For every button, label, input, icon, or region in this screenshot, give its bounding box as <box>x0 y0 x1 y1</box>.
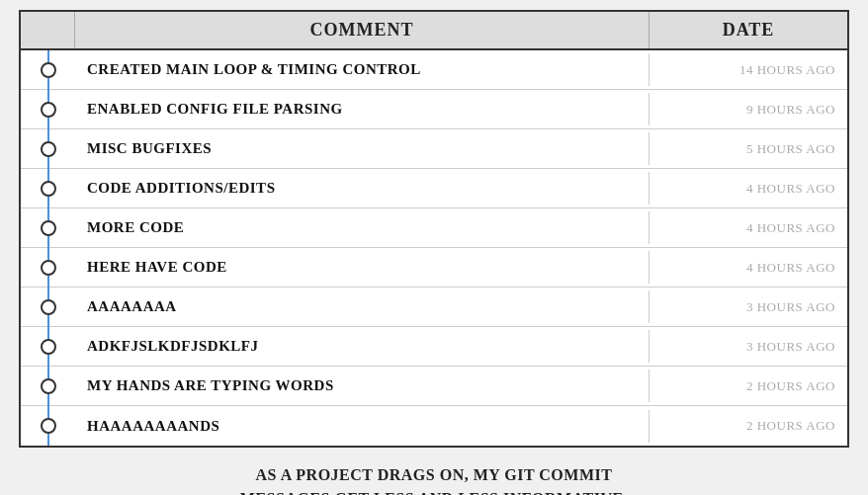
commit-comment: Here have code <box>75 251 650 284</box>
table-row: Enabled config file parsing 9 Hours Ago <box>21 90 847 129</box>
commit-date: 2 Hours Ago <box>650 371 847 402</box>
commit-dot <box>41 378 56 394</box>
header-date-label: DATE <box>650 12 847 48</box>
commit-date: 2 Hours Ago <box>650 410 847 442</box>
commit-comment: Haaaaaaaands <box>75 410 650 443</box>
commit-dot <box>41 339 56 355</box>
commit-comment: Misc bugfixes <box>75 132 650 165</box>
header-col-empty <box>21 12 75 48</box>
commit-comment: My hands are typing words <box>75 370 650 402</box>
commit-comment: More code <box>75 211 650 244</box>
table-row: Created main loop & timing control 14 Ho… <box>21 50 847 90</box>
table-body: Created main loop & timing control 14 Ho… <box>21 50 847 446</box>
commit-comment: Code additions/edits <box>75 172 650 205</box>
commit-dot <box>41 418 56 434</box>
header-comment-label: COMMENT <box>75 12 650 48</box>
commit-date: 5 Hours Ago <box>650 133 847 165</box>
commit-comment: Aaaaaaaa <box>75 290 650 323</box>
caption: As a project drags on, my git commit mes… <box>19 459 849 495</box>
table-row: Misc bugfixes 5 Hours Ago <box>21 129 847 169</box>
commit-dot <box>41 181 56 197</box>
commit-comment: Adkfjslkdfjsdklfj <box>75 330 650 363</box>
commit-table: COMMENT DATE Created main loop & timing … <box>19 10 849 448</box>
commit-dot <box>41 220 56 236</box>
commit-date: 4 Hours Ago <box>650 173 847 205</box>
commit-date: 3 Hours Ago <box>650 331 847 363</box>
commit-dot <box>41 102 56 118</box>
table-row: Here have code 4 Hours Ago <box>21 248 847 288</box>
commit-date: 14 Hours Ago <box>650 54 847 86</box>
table-row: My hands are typing words 2 Hours Ago <box>21 367 847 406</box>
table-row: More code 4 Hours Ago <box>21 208 847 248</box>
caption-line1: As a project drags on, my git commit <box>256 466 613 483</box>
table-row: Code additions/edits 4 Hours Ago <box>21 169 847 208</box>
commit-dot <box>41 141 56 157</box>
table-row: Aaaaaaaa 3 Hours Ago <box>21 288 847 327</box>
commit-date: 4 Hours Ago <box>650 212 847 244</box>
table-header: COMMENT DATE <box>21 12 847 50</box>
commit-date: 9 Hours Ago <box>650 94 847 125</box>
commit-comment: Enabled config file parsing <box>75 93 650 125</box>
table-row: Haaaaaaaands 2 Hours Ago <box>21 406 847 446</box>
commit-dot <box>41 62 56 78</box>
commit-date: 3 Hours Ago <box>650 291 847 323</box>
commit-comment: Created main loop & timing control <box>75 53 650 86</box>
commit-date: 4 Hours Ago <box>650 252 847 284</box>
commit-dot <box>41 299 56 315</box>
main-container: COMMENT DATE Created main loop & timing … <box>9 0 859 495</box>
table-row: Adkfjslkdfjsdklfj 3 Hours Ago <box>21 327 847 367</box>
commit-dot <box>41 260 56 276</box>
caption-line2: messages get less and less informative. <box>240 490 628 495</box>
